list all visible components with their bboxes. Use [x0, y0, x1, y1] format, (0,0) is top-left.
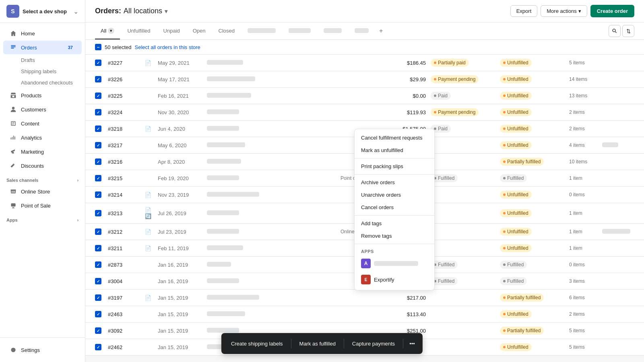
- table-row[interactable]: #3225 Feb 16, 2021 $0.00 Paid Unfulfille…: [85, 88, 644, 104]
- tab-closed[interactable]: Closed: [213, 23, 240, 39]
- sidebar-item-discounts[interactable]: Discounts: [3, 159, 82, 173]
- note-icon: 📄 🔄: [145, 207, 153, 219]
- mark-as-fulfilled-button[interactable]: Mark as fulfilled: [293, 337, 342, 350]
- dropdown-cancel-orders[interactable]: Cancel orders: [355, 201, 434, 214]
- sidebar-item-products[interactable]: Products: [3, 88, 82, 102]
- table-row[interactable]: #3227 📄 May 29, 2021 $186.45 Partially p…: [85, 55, 644, 71]
- items-count: 10 items: [569, 159, 597, 165]
- search-filter-button[interactable]: [609, 25, 621, 37]
- dropdown-app-purple[interactable]: A: [355, 255, 434, 272]
- row-checkbox[interactable]: [95, 210, 101, 216]
- export-button[interactable]: Export: [510, 5, 538, 17]
- tab-extra2[interactable]: [283, 23, 316, 39]
- orders-badge: 37: [66, 45, 75, 50]
- tab-open[interactable]: Open: [187, 23, 211, 39]
- tab-unpaid[interactable]: Unpaid: [158, 23, 186, 39]
- store-logo[interactable]: S Select a dev shop ⌄: [0, 0, 85, 23]
- table-row[interactable]: #3224 Nov 30, 2020 $119.93 Payment pendi…: [85, 104, 644, 121]
- row-checkbox[interactable]: [95, 125, 101, 132]
- bottom-bar-more-button[interactable]: •••: [405, 336, 419, 351]
- orders-label: Orders: [21, 45, 37, 51]
- row-checkbox[interactable]: [95, 294, 101, 301]
- actions-dropdown-menu: Cancel fulfillment requests Mark as unfu…: [354, 129, 435, 290]
- select-all-checkbox[interactable]: [95, 44, 101, 50]
- location-dropdown-arrow[interactable]: ▾: [165, 8, 167, 14]
- items-count: 2 items: [569, 311, 597, 317]
- select-all-link[interactable]: Select all orders in this store: [135, 44, 200, 50]
- dropdown-archive-orders[interactable]: Archive orders: [355, 176, 434, 189]
- sidebar-item-content[interactable]: Content: [3, 117, 82, 130]
- dropdown-cancel-fulfillment[interactable]: Cancel fulfillment requests: [355, 132, 434, 144]
- sidebar-item-home[interactable]: Home: [3, 27, 82, 40]
- row-checkbox[interactable]: [95, 76, 101, 82]
- create-shipping-labels-button[interactable]: Create shipping labels: [225, 337, 289, 350]
- row-checkbox[interactable]: [95, 175, 101, 181]
- sidebar-item-shipping-labels[interactable]: Shipping labels: [3, 66, 82, 77]
- tab-extra3[interactable]: [318, 23, 347, 39]
- note-icon: 📄: [145, 192, 153, 198]
- app-purple-icon: A: [361, 259, 371, 268]
- marketing-icon: [10, 148, 17, 155]
- row-checkbox[interactable]: [95, 60, 101, 66]
- order-id: #3224: [108, 109, 140, 115]
- dropdown-exportify[interactable]: E Exportify: [355, 272, 434, 288]
- tab-unfulfilled[interactable]: Unfulfilled: [122, 23, 156, 39]
- customer-name: [207, 159, 336, 165]
- customer-name: [207, 245, 336, 251]
- more-actions-button[interactable]: More actions ▾: [541, 5, 587, 17]
- tab-extra1[interactable]: [242, 23, 281, 39]
- sidebar-item-analytics[interactable]: Analytics: [3, 131, 82, 144]
- items-count: 3 items: [569, 278, 597, 284]
- order-date: May 29, 2021: [158, 60, 202, 66]
- sidebar-item-online-store[interactable]: Online Store: [3, 185, 82, 198]
- create-order-button[interactable]: Create order: [590, 5, 634, 17]
- row-checkbox[interactable]: [95, 93, 101, 99]
- capture-payments-button[interactable]: Capture payments: [346, 337, 401, 350]
- bar-separator-2: [344, 339, 344, 348]
- row-checkbox[interactable]: [95, 245, 101, 251]
- sort-button[interactable]: ⇅: [622, 25, 634, 37]
- dropdown-remove-tags[interactable]: Remove tags: [355, 230, 434, 242]
- table-row[interactable]: #3226 May 17, 2021 $29.99 Payment pendin…: [85, 71, 644, 88]
- dropdown-mark-unfulfilled[interactable]: Mark as unfulfilled: [355, 144, 434, 156]
- sales-channels-chevron[interactable]: ›: [77, 178, 78, 183]
- sidebar-item-orders[interactable]: Orders 37: [3, 41, 82, 54]
- table-row[interactable]: #2463 Jan 15, 2019 $113.40 Unfulfilled 2…: [85, 306, 644, 323]
- row-checkbox[interactable]: [95, 191, 101, 198]
- row-checkbox[interactable]: [95, 158, 101, 165]
- sidebar-item-marketing[interactable]: Marketing: [3, 145, 82, 158]
- row-checkbox[interactable]: [95, 344, 101, 350]
- tab-all[interactable]: All ▾: [95, 23, 120, 39]
- sidebar-item-customers[interactable]: Customers: [3, 103, 82, 116]
- sidebar-item-settings[interactable]: Settings: [3, 343, 82, 357]
- apps-chevron[interactable]: ›: [77, 218, 78, 222]
- row-checkbox[interactable]: [95, 109, 101, 115]
- tab-extra4[interactable]: [349, 23, 374, 39]
- tab-all-count: ▾: [108, 28, 114, 34]
- note-icon: 📄: [145, 295, 153, 301]
- store-dropdown-icon[interactable]: ⌄: [73, 8, 78, 15]
- table-row[interactable]: #3197 📄 Jan 15, 2019 $217.00 Partially f…: [85, 290, 644, 306]
- fulfillment-status: Partially fulfilled: [500, 294, 564, 302]
- row-checkbox[interactable]: [95, 327, 101, 334]
- fulfillment-status: Unfulfilled: [500, 228, 564, 236]
- row-checkbox[interactable]: [95, 278, 101, 284]
- customer-name: [207, 229, 336, 235]
- sidebar-item-drafts[interactable]: Drafts: [3, 55, 82, 66]
- sidebar-item-abandoned-checkouts[interactable]: Abandoned checkouts: [3, 77, 82, 88]
- dropdown-unarchive-orders[interactable]: Unarchive orders: [355, 189, 434, 201]
- products-label: Products: [21, 93, 41, 99]
- app-purple-label: [374, 261, 418, 266]
- sidebar-item-point-of-sale[interactable]: Point of Sale: [3, 199, 82, 212]
- row-checkbox[interactable]: [95, 261, 101, 268]
- dropdown-add-tags[interactable]: Add tags: [355, 217, 434, 230]
- row-checkbox[interactable]: [95, 228, 101, 235]
- order-amount: $29.99: [390, 76, 426, 82]
- items-count: 4 items: [569, 142, 597, 148]
- dropdown-print-packing[interactable]: Print packing slips: [355, 160, 434, 173]
- order-id: #3217: [108, 142, 140, 148]
- row-checkbox[interactable]: [95, 311, 101, 317]
- row-checkbox[interactable]: [95, 142, 101, 148]
- tab-add-button[interactable]: +: [376, 23, 386, 39]
- items-count: 5 items: [569, 344, 597, 350]
